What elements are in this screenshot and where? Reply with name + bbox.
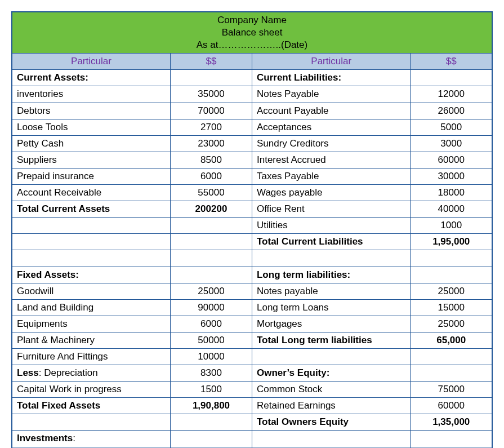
fixed-asset-value: 25000 <box>170 283 252 299</box>
liab-label: Sundry Creditors <box>252 135 410 152</box>
fixed-asset-label: Plant & Machinery <box>12 332 170 348</box>
equity-value: 60000 <box>411 398 492 414</box>
header-title: Balance sheet <box>17 26 487 39</box>
asset-value: 6000 <box>170 168 252 184</box>
total-fixed-assets-value: 1,90,800 <box>170 398 252 414</box>
asset-value: 8500 <box>170 152 252 168</box>
liab-value: 40000 <box>411 201 492 218</box>
fixed-asset-value: 90000 <box>170 299 252 316</box>
asset-value: 23000 <box>170 135 252 152</box>
owners-equity-heading: Owner’s Equity: <box>252 365 410 382</box>
asset-label: Account Receivable <box>12 185 170 201</box>
long-term-value: 25000 <box>411 283 492 299</box>
less-depreciation-value: 8300 <box>170 365 252 382</box>
fixed-asset-label: Furniture And Fittings <box>12 348 170 365</box>
total-current-assets-value: 200200 <box>170 201 252 218</box>
header-date: As at………………..(Date) <box>17 39 487 51</box>
total-current-assets-label: Total Current Assets <box>12 201 170 218</box>
total-long-term-value: 65,000 <box>411 332 492 348</box>
asset-label: Petty Cash <box>12 135 170 152</box>
long-term-label: Long term Loans <box>252 299 410 316</box>
total-long-term-label: Total Long term liabilities <box>252 332 410 348</box>
equity-label: Retained Earnings <box>252 398 410 414</box>
asset-value: 55000 <box>170 185 252 201</box>
liab-value: 60000 <box>411 152 492 168</box>
col-right-particular: Particular <box>252 54 410 70</box>
liab-value: 12000 <box>411 86 492 103</box>
asset-label: Prepaid insurance <box>12 168 170 184</box>
liab-label: Account Payable <box>252 103 410 119</box>
fixed-asset-label: Land and Building <box>12 299 170 316</box>
less-depreciation-label: Less: Depreciation <box>12 365 170 382</box>
liab-value: 26000 <box>411 103 492 119</box>
col-right-amount: $$ <box>411 54 492 70</box>
total-owners-equity-value: 1,35,000 <box>411 414 492 431</box>
liab-label: Utilities <box>252 218 410 234</box>
liab-label: Acceptances <box>252 119 410 135</box>
total-current-liab-label: Total Current Liabilities <box>252 234 410 250</box>
long-term-value: 15000 <box>411 299 492 316</box>
total-fixed-assets-label: Total Fixed Assets <box>12 398 170 414</box>
fixed-asset-value: 10000 <box>170 348 252 365</box>
col-left-amount: $$ <box>170 54 252 70</box>
asset-value: 35000 <box>170 86 252 103</box>
asset-value: 2700 <box>170 119 252 135</box>
long-term-heading: Long term liabilities: <box>252 267 410 283</box>
liab-value: 30000 <box>411 168 492 184</box>
balance-sheet-table: Company Name Balance sheet As at………………..… <box>11 11 493 448</box>
asset-label: Loose Tools <box>12 119 170 135</box>
liab-value: 3000 <box>411 135 492 152</box>
fixed-asset-value: 6000 <box>170 316 252 332</box>
investments-heading: Investments: <box>12 431 170 447</box>
liab-label: Interest Accrued <box>252 152 410 168</box>
fixed-asset-label: Equipments <box>12 316 170 332</box>
long-term-label: Notes payable <box>252 283 410 299</box>
long-term-value: 25000 <box>411 316 492 332</box>
col-left-particular: Particular <box>12 54 170 70</box>
cwip-value: 1500 <box>170 382 252 398</box>
total-current-liab-value: 1,95,000 <box>411 234 492 250</box>
fixed-asset-value: 50000 <box>170 332 252 348</box>
asset-label: Debtors <box>12 103 170 119</box>
fixed-asset-label: Goodwill <box>12 283 170 299</box>
current-assets-heading: Current Assets: <box>12 70 170 86</box>
long-term-label: Mortgages <box>252 316 410 332</box>
liab-value: 1000 <box>411 218 492 234</box>
current-liab-heading: Current Liabilities: <box>252 70 410 86</box>
liab-value: 5000 <box>411 119 492 135</box>
asset-label: inventories <box>12 86 170 103</box>
sheet-header: Company Name Balance sheet As at………………..… <box>12 12 492 54</box>
equity-label: Common Stock <box>252 382 410 398</box>
liab-value: 18000 <box>411 185 492 201</box>
fixed-assets-heading: Fixed Assets: <box>12 267 170 283</box>
liab-label: Office Rent <box>252 201 410 218</box>
asset-label: Suppliers <box>12 152 170 168</box>
asset-value: 70000 <box>170 103 252 119</box>
equity-value: 75000 <box>411 382 492 398</box>
header-company: Company Name <box>17 14 487 26</box>
liab-label: Notes Payable <box>252 86 410 103</box>
liab-label: Wages payable <box>252 185 410 201</box>
cwip-label: Capital Work in progress <box>12 382 170 398</box>
liab-label: Taxes Payable <box>252 168 410 184</box>
total-owners-equity-label: Total Owners Equity <box>252 414 410 431</box>
